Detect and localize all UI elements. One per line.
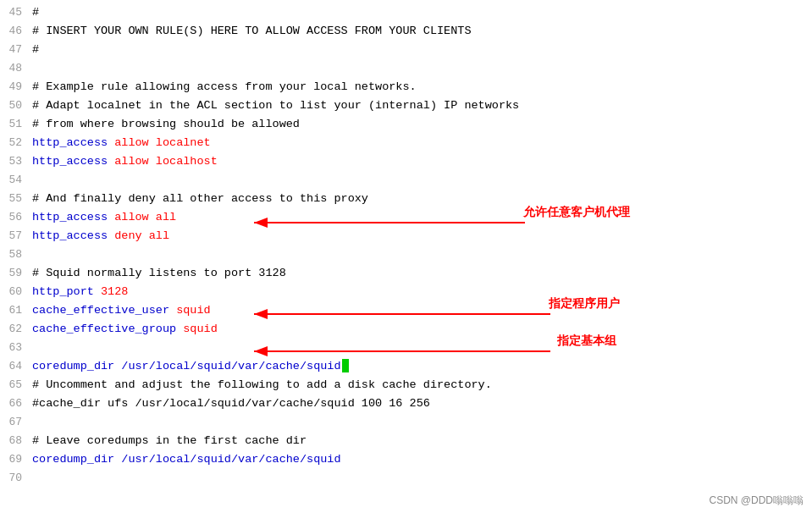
code-line-55: 55# And finally deny all other access to… bbox=[0, 190, 812, 208]
line-text: http_port 3128 bbox=[32, 283, 128, 301]
line-text: coredump_dir /usr/local/squid/var/cache/… bbox=[32, 450, 341, 469]
line-number: 52 bbox=[0, 134, 32, 152]
code-line-70: 70 bbox=[0, 469, 812, 488]
code-line-53: 53http_access allow localhost bbox=[0, 152, 812, 171]
line-text: # from where browsing should be allowed bbox=[32, 115, 300, 134]
line-text: # Adapt localnet in the ACL section to l… bbox=[32, 97, 519, 115]
code-line-63: 63 bbox=[0, 339, 812, 357]
line-text: # Uncomment and adjust the following to … bbox=[32, 376, 492, 394]
code-line-47: 47# bbox=[0, 41, 812, 59]
line-number: 68 bbox=[0, 432, 32, 450]
cursor bbox=[342, 359, 349, 372]
code-line-49: 49# Example rule allowing access from yo… bbox=[0, 78, 812, 97]
code-line-68: 68# Leave coredumps in the first cache d… bbox=[0, 432, 812, 450]
line-number: 53 bbox=[0, 152, 32, 171]
code-line-69: 69coredump_dir /usr/local/squid/var/cach… bbox=[0, 450, 812, 469]
line-number: 50 bbox=[0, 97, 32, 115]
line-text: cache_effective_group squid bbox=[32, 320, 218, 339]
line-text: # bbox=[32, 3, 39, 22]
line-number: 70 bbox=[0, 469, 32, 488]
annotation-allow-proxy: 允许任意客户机代理 bbox=[523, 205, 630, 220]
code-line-52: 52http_access allow localnet bbox=[0, 134, 812, 152]
line-text: # And finally deny all other access to t… bbox=[32, 190, 368, 208]
annotation-specify-group: 指定基本组 bbox=[557, 334, 616, 349]
line-number: 49 bbox=[0, 78, 32, 97]
code-line-45: 45# bbox=[0, 3, 812, 22]
line-text: http_access allow all bbox=[32, 208, 176, 227]
code-line-57: 57http_access deny all bbox=[0, 227, 812, 245]
code-line-51: 51# from where browsing should be allowe… bbox=[0, 115, 812, 134]
code-line-54: 54 bbox=[0, 171, 812, 190]
line-text: coredump_dir /usr/local/squid/var/cache/… bbox=[32, 357, 349, 376]
annotation-specify-user: 指定程序用户 bbox=[549, 296, 620, 312]
line-text: http_access deny all bbox=[32, 227, 169, 245]
line-number: 54 bbox=[0, 171, 32, 190]
code-content: 45#46# INSERT YOUR OWN RULE(S) HERE TO A… bbox=[0, 0, 812, 491]
line-number: 67 bbox=[0, 413, 32, 432]
code-line-65: 65# Uncomment and adjust the following t… bbox=[0, 376, 812, 394]
line-number: 65 bbox=[0, 376, 32, 394]
line-text: cache_effective_user squid bbox=[32, 301, 211, 320]
code-line-59: 59# Squid normally listens to port 3128 bbox=[0, 264, 812, 283]
line-number: 46 bbox=[0, 22, 32, 41]
code-line-67: 67 bbox=[0, 413, 812, 432]
line-text: # Example rule allowing access from your… bbox=[32, 78, 417, 97]
code-line-50: 50# Adapt localnet in the ACL section to… bbox=[0, 97, 812, 115]
line-number: 55 bbox=[0, 190, 32, 208]
line-text: #cache_dir ufs /usr/local/squid/var/cach… bbox=[32, 394, 430, 413]
watermark: CSDN @DDD嗡嗡嗡 bbox=[709, 494, 804, 508]
code-line-62: 62cache_effective_group squid bbox=[0, 320, 812, 339]
line-number: 60 bbox=[0, 283, 32, 301]
line-number: 45 bbox=[0, 3, 32, 22]
line-number: 64 bbox=[0, 357, 32, 376]
line-text: # Leave coredumps in the first cache dir bbox=[32, 432, 307, 450]
line-number: 62 bbox=[0, 320, 32, 339]
code-editor: 45#46# INSERT YOUR OWN RULE(S) HERE TO A… bbox=[0, 0, 812, 513]
line-text: http_access allow localhost bbox=[32, 152, 218, 171]
code-line-61: 61cache_effective_user squid bbox=[0, 301, 812, 320]
code-line-64: 64coredump_dir /usr/local/squid/var/cach… bbox=[0, 357, 812, 376]
code-line-46: 46# INSERT YOUR OWN RULE(S) HERE TO ALLO… bbox=[0, 22, 812, 41]
line-number: 57 bbox=[0, 227, 32, 245]
line-text: # INSERT YOUR OWN RULE(S) HERE TO ALLOW … bbox=[32, 22, 471, 41]
code-line-56: 56http_access allow all bbox=[0, 208, 812, 227]
code-line-66: 66#cache_dir ufs /usr/local/squid/var/ca… bbox=[0, 394, 812, 413]
line-number: 51 bbox=[0, 115, 32, 134]
line-text: # bbox=[32, 41, 39, 59]
line-number: 56 bbox=[0, 208, 32, 227]
line-text: http_access allow localnet bbox=[32, 134, 211, 152]
line-number: 66 bbox=[0, 394, 32, 413]
line-number: 58 bbox=[0, 245, 32, 264]
line-number: 61 bbox=[0, 301, 32, 320]
code-line-58: 58 bbox=[0, 245, 812, 264]
line-number: 63 bbox=[0, 339, 32, 357]
line-number: 59 bbox=[0, 264, 32, 283]
code-line-48: 48 bbox=[0, 59, 812, 78]
line-number: 48 bbox=[0, 59, 32, 78]
line-number: 47 bbox=[0, 41, 32, 59]
code-line-60: 60http_port 3128 bbox=[0, 283, 812, 301]
line-number: 69 bbox=[0, 450, 32, 469]
line-text: # Squid normally listens to port 3128 bbox=[32, 264, 286, 283]
